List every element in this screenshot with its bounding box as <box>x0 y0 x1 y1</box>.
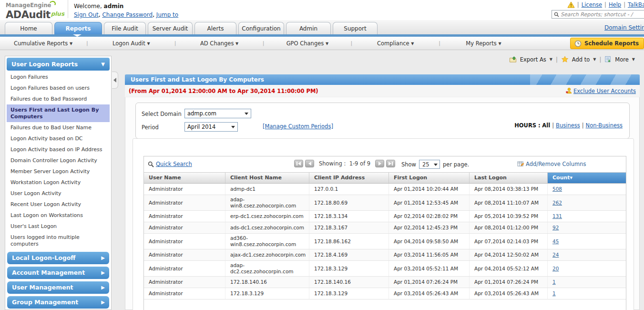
adaudit-logo[interactable]: ManageEngine ADAuditplus <box>0 0 66 20</box>
count-link[interactable]: 262 <box>552 200 562 206</box>
sidebar-item[interactable]: Member Server Logon Activity <box>7 166 110 177</box>
sidebar-header-user-logon-reports[interactable]: User Logon Reports▼ <box>7 58 110 71</box>
chevron-down-icon: ▼ <box>632 57 635 62</box>
cell-ip: 172.18.3.134 <box>309 211 388 222</box>
count-link[interactable]: 20 <box>552 266 559 272</box>
talkback-link[interactable]: TalkBack <box>628 1 644 8</box>
sidebar-item[interactable]: Recent User Logon Activity <box>7 199 110 210</box>
subnav-compliance[interactable]: Compliance ▼ <box>352 40 439 47</box>
add-remove-columns-icon <box>517 161 524 167</box>
sidebar-item[interactable]: Workstation Logon Activity <box>7 177 110 188</box>
tab-configuration[interactable]: Configuration <box>238 22 284 34</box>
sidebar-item[interactable]: Users First and Last Logon By Computers <box>7 104 110 122</box>
help-link[interactable]: Help <box>609 1 621 8</box>
sidebar-item[interactable]: Failures due to Bad User Name <box>7 122 110 133</box>
manage-custom-periods-link[interactable]: [Manage Custom Periods] <box>263 123 333 130</box>
sidebar-item[interactable]: Domain Controller Logon Activity <box>7 155 110 166</box>
hours-nonbusiness-link[interactable]: Non-Business <box>586 122 623 129</box>
count-link[interactable]: 131 <box>552 213 562 219</box>
sidebar-item[interactable]: Users logged into multiple computers <box>7 232 110 249</box>
exclude-user-accounts-link[interactable]: Exclude User Accounts <box>573 88 636 94</box>
count-link[interactable]: 508 <box>552 186 562 192</box>
count-link[interactable]: 1 <box>552 290 556 297</box>
domain-select[interactable]: admp.com <box>184 109 251 118</box>
license-link[interactable]: License <box>582 1 602 8</box>
cell-last: Apr 08,2014 01:12:00 PM <box>469 222 547 233</box>
main-area: User Logon Reports▼ Logon FailuresLogon … <box>0 50 644 310</box>
sidebar-section-user-management[interactable]: User Management▶ <box>7 281 109 294</box>
titlebar-stripes <box>530 74 640 85</box>
column-header-client-ip-address[interactable]: Client IP Address <box>309 173 388 183</box>
sidebar-item[interactable]: Logon Activity based on DC <box>7 133 110 144</box>
sidebar-item[interactable]: Logon Failures <box>7 72 110 83</box>
more-button[interactable]: More <box>615 56 629 63</box>
count-link[interactable]: 92 <box>552 225 559 231</box>
last-page-button[interactable] <box>386 160 395 167</box>
column-header-last-logon[interactable]: Last Logon <box>469 173 547 183</box>
change-password-link[interactable]: Change Password <box>102 11 153 18</box>
first-page-button[interactable] <box>294 160 303 167</box>
table-row: Administratorajax-dc1.csez.zohocorpin.co… <box>144 249 626 261</box>
column-header-user-name[interactable]: User Name <box>144 173 225 183</box>
sidebar-item[interactable]: User Logon Activity <box>7 188 110 199</box>
report-actions: Export As▼ | Add to▼ | More▼ <box>509 56 635 63</box>
cell-first: Apr 01,2014 12:53:45 AM <box>388 195 469 210</box>
table-row: Administratoradmp-dc1127.0.0.1Apr 01,201… <box>144 184 626 195</box>
count-link[interactable]: 1 <box>552 279 556 285</box>
sidebar-item[interactable]: Logon Failures based on users <box>7 83 110 93</box>
sidebar-item[interactable]: Last Logon on Workstations <box>7 210 110 221</box>
hours-business-link[interactable]: Business <box>556 122 580 129</box>
schedule-reports-button[interactable]: Schedule Reports <box>570 38 644 49</box>
tab-file-audit[interactable]: File Audit <box>104 22 146 34</box>
subnav-logon-audit[interactable]: Logon Audit ▼ <box>88 40 174 47</box>
tab-server-audit[interactable]: Server Audit <box>148 22 193 34</box>
tab-support[interactable]: Support <box>333 22 378 34</box>
sidebar-section-group-management[interactable]: Group Management▶ <box>7 296 109 309</box>
tab-home[interactable]: Home <box>5 22 52 34</box>
table-row: Administratorad360-win8.csez.zohocorpin.… <box>144 234 626 249</box>
cell-host: ads-dc1.csez.zohocorpin.com <box>225 222 309 233</box>
welcome-text: Welcome, admin <box>74 3 178 10</box>
sidebar-section-local-logon-logoff[interactable]: Local Logon-Logoff▶ <box>7 252 109 264</box>
cell-host: erp-dc1.csez.zohocorpin.com <box>225 211 309 222</box>
tab-admin[interactable]: Admin <box>286 22 331 34</box>
count-link[interactable]: 45 <box>552 238 559 245</box>
domain-settings-link[interactable]: Domain Settings <box>604 24 644 31</box>
cell-count: 1 <box>547 277 626 288</box>
per-page-label: per page. <box>443 161 469 168</box>
jump-to-link[interactable]: Jump to <box>156 11 178 18</box>
chevron-right-icon: ▶ <box>101 281 105 294</box>
count-link[interactable]: 24 <box>552 252 559 258</box>
cell-count: 20 <box>547 261 626 276</box>
quick-search-link[interactable]: Quick Search <box>156 161 192 167</box>
sidebar-item[interactable]: Logon Activity based on IP Address <box>7 144 110 155</box>
cell-host: adap-dc2.csez.zohocorpin.com <box>225 261 309 276</box>
table-row: Administrator172.18.3.129172.18.3.129Apr… <box>144 288 626 300</box>
subnav-gpo-changes[interactable]: GPO Changes ▼ <box>264 40 350 47</box>
hours-all[interactable]: All <box>542 122 550 129</box>
period-select[interactable]: April 2014 <box>184 122 238 132</box>
tab-alerts[interactable]: Alerts <box>194 22 236 34</box>
export-as-button[interactable]: Export As <box>520 56 546 63</box>
add-to-button[interactable]: Add to <box>572 56 590 63</box>
sidebar-collapse-handle[interactable] <box>112 72 118 89</box>
search-input[interactable]: Search Reports; shortcut - / <box>552 10 644 19</box>
quick-search-icon <box>148 161 154 167</box>
column-header-client-host-name[interactable]: Client Host Name <box>225 173 309 183</box>
sidebar-item[interactable]: Failures due to Bad Password <box>7 93 110 104</box>
warning-icon[interactable] <box>567 1 575 8</box>
next-page-button[interactable] <box>375 160 384 167</box>
sign-out-link[interactable]: Sign Out <box>74 11 99 18</box>
subnav-cumulative-reports[interactable]: Cumulative Reports ▼ <box>0 40 86 47</box>
page-size-select[interactable]: 25 <box>419 160 440 169</box>
add-remove-columns-link[interactable]: Add/Remove Columns <box>526 161 586 167</box>
column-header-count[interactable]: Count▾ <box>547 173 626 183</box>
subnav-my-reports[interactable]: My Reports ▼ <box>440 40 527 47</box>
sidebar-item[interactable]: User's Last Logon <box>7 221 110 232</box>
column-header-first-logon[interactable]: First Logon <box>388 173 469 183</box>
report-period-strip: (From Apr 01,2014 12:00:00 AM to Apr 30,… <box>125 85 640 97</box>
subnav-ad-changes[interactable]: AD Changes ▼ <box>176 40 263 47</box>
tab-reports[interactable]: Reports <box>54 22 102 34</box>
sidebar-section-account-management[interactable]: Account Management▶ <box>7 267 109 279</box>
prev-page-button[interactable] <box>305 160 314 167</box>
